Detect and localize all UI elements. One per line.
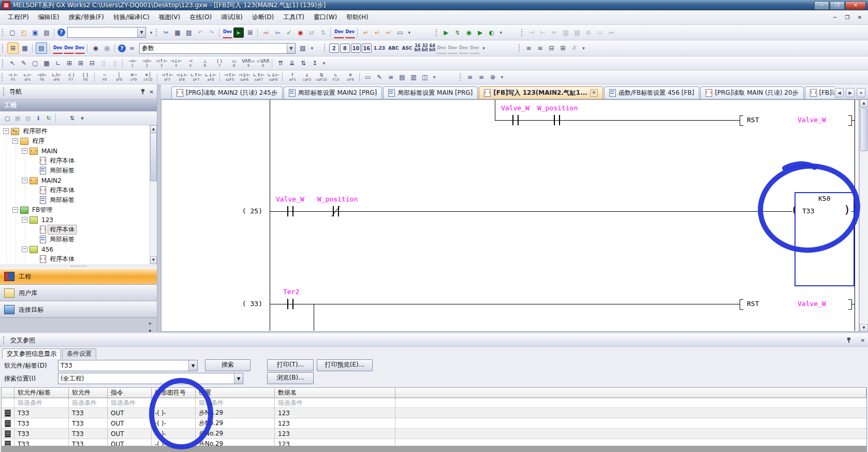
search-button[interactable]: 搜索 <box>205 359 251 371</box>
overflow-icon[interactable]: ▾ <box>406 27 413 38</box>
coil-icon[interactable]: -( ) F7 <box>64 71 78 83</box>
expand-icon[interactable]: − <box>22 217 27 223</box>
nav-button-project[interactable]: 工程 <box>0 268 157 285</box>
verify-with-plc-icon[interactable]: ✓ <box>284 27 294 38</box>
transfer2-icon[interactable]: ⇅ <box>318 27 328 38</box>
grip-handle[interactable] <box>3 88 6 96</box>
display-32bit-icon[interactable]: 32 bit <box>422 43 428 53</box>
tree-item-main-labels[interactable]: 局部标签 <box>0 166 150 176</box>
expand-icon[interactable]: − <box>12 207 18 213</box>
nav-button-connection[interactable]: 连接目标 <box>0 301 157 318</box>
rst-instruction[interactable]: RST <box>747 300 759 308</box>
display-hex-icon[interactable]: 16 <box>362 43 372 53</box>
filter-cell[interactable]: 筛选条件 <box>69 398 108 407</box>
stop-monitor-icon[interactable]: ◐ <box>487 27 497 38</box>
column-header[interactable]: 梯形图符号 <box>152 388 196 398</box>
display-decimal-icon[interactable]: 10 <box>351 43 361 53</box>
filter-cell[interactable]: 筛选条件 <box>275 398 395 407</box>
print-preview-button[interactable]: 打印预览(E)... <box>317 359 373 371</box>
find-binoculars-icon[interactable]: ∞ <box>127 43 137 53</box>
menu-help[interactable]: 帮助(H) <box>342 11 373 23</box>
overflow-icon[interactable]: ▾ <box>498 27 504 38</box>
rising-pulse-icon[interactable]: ⊣↑⊢ sF7 <box>160 71 174 83</box>
falling-contact-4-icon[interactable]: ⊣↓⊢ 4 <box>169 57 183 69</box>
property-icon[interactable]: ℹ <box>34 113 43 123</box>
tab-close-icon[interactable]: ✕ <box>590 89 598 97</box>
rising-contact-3-icon[interactable]: ⊣↑⊢ 3 <box>155 57 168 69</box>
var-assign-9-icon[interactable]: VAR= 9 <box>242 57 255 69</box>
device-test-icon[interactable]: ⊞ <box>245 27 255 38</box>
search-location-combo[interactable]: (全工程) ▼ <box>58 373 243 384</box>
display-string-icon[interactable]: ABC <box>387 43 400 53</box>
tree-scrollbar-thumb[interactable] <box>150 133 157 181</box>
browse-button[interactable]: 浏览(B)... <box>267 372 314 384</box>
tree-item-fb-123[interactable]: − 123 <box>0 215 150 225</box>
outline-expand-all-icon[interactable]: ⊞ <box>558 43 568 53</box>
print-button[interactable]: 打印(T)... <box>267 359 314 371</box>
filter-cell[interactable]: 筛选条件 <box>14 398 69 407</box>
menu-edit[interactable]: 编辑(E) <box>34 11 64 23</box>
undo-icon[interactable]: ↶ <box>195 27 205 38</box>
close-icon[interactable]: ✕ <box>861 338 865 343</box>
application-instruction-icon[interactable]: [ ] F8 <box>79 71 92 83</box>
device-label[interactable]: Valve_W <box>501 104 529 112</box>
closed-branch-icon[interactable]: ∟/⊢ sF6 <box>50 71 63 83</box>
st-cut-icon[interactable]: ✂ <box>549 27 560 38</box>
device-find-icon[interactable]: ◎ <box>102 43 112 53</box>
device-comment2-icon[interactable]: Dev <box>53 42 63 54</box>
device-label[interactable]: Ter2 <box>283 288 299 296</box>
transfer-icon[interactable]: ⇄ <box>306 27 317 38</box>
start-monitor-icon[interactable]: ▶ <box>475 27 486 38</box>
paste-icon[interactable]: ▧ <box>184 27 194 38</box>
column-header[interactable]: 位置 <box>196 388 275 398</box>
menu-tools[interactable]: 工具(T) <box>278 11 309 23</box>
insert-column-icon[interactable]: ⊞ <box>76 58 86 68</box>
editor-scrollbar-thumb[interactable] <box>860 108 867 151</box>
grid-icon[interactable]: ▦ <box>41 58 52 68</box>
tree-item-main2-body[interactable]: 程序本体 <box>0 185 150 195</box>
column-insert-icon[interactable]: ◫ <box>420 72 430 82</box>
rst-instruction[interactable]: RST <box>747 116 759 124</box>
tree-item-main2-labels[interactable]: 局部标签 <box>0 195 150 205</box>
pulse-down-icon[interactable]: ⇊ <box>287 58 297 68</box>
branch-line-icon[interactable]: ∟ F10 <box>329 71 343 83</box>
print-icon[interactable]: ▤ <box>41 27 52 38</box>
device-statement-icon[interactable]: Dev <box>64 42 73 54</box>
display-16bit-icon[interactable]: 16 bit <box>415 43 421 53</box>
closed-contact-2-icon[interactable]: ⊣/⊢ 2 <box>140 57 154 69</box>
open-contact[interactable] <box>559 115 560 125</box>
copy-icon[interactable]: ▦ <box>172 27 183 38</box>
tab-condition-settings[interactable]: 条件设置 <box>62 348 96 359</box>
statement-jump-icon[interactable]: ↵ <box>361 27 371 38</box>
display-binary-icon[interactable]: 2 <box>329 43 339 53</box>
horizontal-line-icon[interactable]: ─ F9 <box>98 71 111 83</box>
tree-item-fb-456[interactable]: − 456 <box>0 244 150 254</box>
help-icon[interactable]: ? <box>57 28 65 36</box>
chevron-down-icon[interactable]: ▼ <box>234 373 243 384</box>
write-to-plc-icon[interactable]: ⇨ <box>261 27 271 38</box>
device-label[interactable]: Valve_W <box>276 195 304 203</box>
chevron-down-icon[interactable]: ▼ <box>188 360 197 371</box>
display-real-icon[interactable]: 1.23 <box>373 43 386 53</box>
delete-row-icon[interactable]: ⊟ <box>87 58 97 68</box>
tab-list-icon[interactable]: ▾ <box>857 88 865 97</box>
filter-cell-empty[interactable] <box>152 398 196 407</box>
copy-data-icon[interactable]: ▦ <box>13 113 22 123</box>
edit-pencil-icon[interactable]: ✎ <box>19 58 29 68</box>
close-button[interactable]: ✕ <box>845 1 866 10</box>
menu-project[interactable]: 工程(P) <box>3 11 34 23</box>
scroll-up-icon[interactable]: ▲ <box>860 99 868 107</box>
module-config-icon[interactable]: ▦ <box>20 43 30 53</box>
expand-icon[interactable]: − <box>22 148 27 154</box>
overflow-icon[interactable]: ▾ <box>499 72 505 82</box>
open-contact[interactable] <box>292 206 293 216</box>
ladder-cursor-selection[interactable] <box>795 192 855 286</box>
device-gray4-icon[interactable]: Dev <box>469 42 479 54</box>
menu-debug[interactable]: 调试(B) <box>216 11 247 23</box>
rebuild-all-icon[interactable]: ↯ <box>452 27 463 38</box>
device-label[interactable]: W_position <box>317 195 358 203</box>
tree-item-main[interactable]: − MAIN <box>0 146 150 156</box>
read-from-plc-icon[interactable]: ⇦ <box>272 27 283 38</box>
tab-local-label-main[interactable]: 局部标签设置 MAIN [PRG] <box>383 86 478 99</box>
column-header[interactable]: 数据名 <box>275 388 395 398</box>
